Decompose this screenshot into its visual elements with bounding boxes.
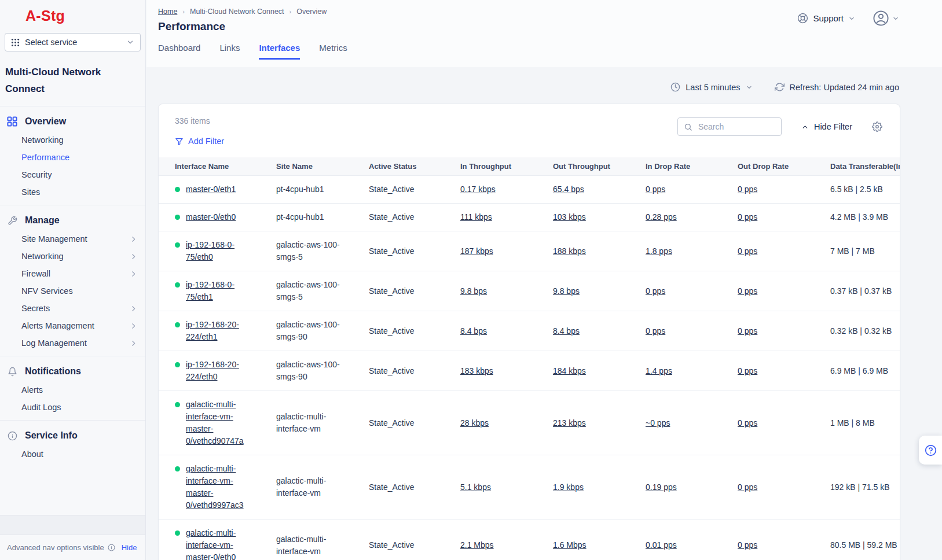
section-label: Notifications: [25, 366, 81, 377]
refresh-button[interactable]: Refresh: Updated 24 min ago: [775, 82, 899, 92]
column-header-in-throughput[interactable]: In Throughput: [460, 162, 553, 171]
help-button[interactable]: [919, 436, 942, 465]
tab-links[interactable]: Links: [219, 43, 240, 60]
sidebar-item-audit-logs[interactable]: Audit Logs: [0, 399, 145, 416]
sidebar-item-networking[interactable]: Networking: [0, 131, 145, 149]
column-header-site-name[interactable]: Site Name: [276, 162, 369, 171]
column-header-out-drop-rate[interactable]: Out Drop Rate: [738, 162, 830, 171]
out-drop-rate-link[interactable]: 0 pps: [738, 185, 757, 194]
out-drop-rate-link[interactable]: 0 pps: [738, 326, 757, 336]
cell-in-drop-rate: ~0 pps: [646, 410, 738, 437]
support-menu[interactable]: Support: [797, 13, 855, 24]
breadcrumb-home[interactable]: Home: [158, 8, 177, 16]
sidebar-item-nfv-services[interactable]: NFV Services: [0, 282, 145, 300]
out-throughput-link[interactable]: 1.9 kbps: [553, 482, 584, 492]
in-throughput-link[interactable]: 8.4 bps: [460, 326, 487, 336]
in-throughput-link[interactable]: 111 kbps: [460, 212, 492, 222]
user-menu[interactable]: [873, 10, 899, 27]
in-drop-rate-link[interactable]: 0.01 pps: [646, 540, 677, 550]
section-label: Manage: [25, 215, 60, 226]
out-drop-rate-link[interactable]: 0 pps: [738, 482, 757, 492]
out-throughput-link[interactable]: 184 kbps: [553, 366, 586, 375]
in-throughput-link[interactable]: 187 kbps: [460, 246, 493, 256]
out-drop-rate-link[interactable]: 0 pps: [738, 286, 757, 296]
sidebar-item-alerts-management[interactable]: Alerts Management: [0, 317, 145, 334]
sidebar-item-performance[interactable]: Performance: [0, 149, 145, 166]
in-throughput-link[interactable]: 9.8 bps: [460, 286, 487, 296]
time-range-dropdown[interactable]: Last 5 minutes: [670, 82, 752, 92]
out-drop-rate-link[interactable]: 0 pps: [738, 366, 757, 375]
out-throughput-link[interactable]: 65.4 bps: [553, 185, 584, 194]
interface-link[interactable]: ip-192-168-0-75/eth0: [186, 239, 260, 263]
in-throughput-link[interactable]: 183 kbps: [460, 366, 493, 375]
sidebar-item-networking[interactable]: Networking: [0, 248, 145, 265]
out-drop-rate-link[interactable]: 0 pps: [738, 212, 757, 222]
hide-filter-toggle[interactable]: Hide Filter: [801, 122, 852, 131]
out-throughput-link[interactable]: 213 kbps: [553, 418, 586, 428]
in-drop-rate-link[interactable]: 0 pps: [646, 185, 665, 194]
interface-link[interactable]: ip-192-168-20-224/eth1: [186, 319, 260, 343]
cell-out-drop-rate: 0 pps: [738, 358, 830, 385]
out-drop-rate-link[interactable]: 0 pps: [738, 540, 757, 550]
select-service-dropdown[interactable]: Select service: [5, 33, 141, 51]
sidebar-item-label: Performance: [21, 153, 69, 162]
in-drop-rate-link[interactable]: 0.28 pps: [646, 212, 677, 222]
interface-link[interactable]: ip-192-168-20-224/eth0: [186, 359, 260, 383]
out-throughput-link[interactable]: 9.8 bps: [553, 286, 580, 296]
tab-interfaces[interactable]: Interfaces: [259, 43, 300, 60]
interface-link[interactable]: galactic-multi-interface-vm-master-0/eth…: [186, 527, 260, 560]
in-drop-rate-link[interactable]: ~0 pps: [646, 418, 670, 428]
add-filter-button[interactable]: Add Filter: [175, 137, 224, 146]
interface-link[interactable]: galactic-multi-interface-vm-master-0/vet…: [186, 463, 260, 511]
sidebar-item-firewall[interactable]: Firewall: [0, 265, 145, 282]
interface-link[interactable]: galactic-multi-interface-vm-master-0/vet…: [186, 399, 260, 447]
out-drop-rate-link[interactable]: 0 pps: [738, 246, 757, 256]
in-drop-rate-link[interactable]: 0 pps: [646, 326, 665, 336]
cell-data-transferable: 6.9 MB | 6.9 MB: [830, 358, 900, 385]
sidebar-section-service-info[interactable]: Service Info: [0, 426, 145, 445]
column-header-data-transferable-in[interactable]: Data Transferable(In: [830, 162, 900, 171]
in-drop-rate-link[interactable]: 0 pps: [646, 286, 665, 296]
sidebar-item-security[interactable]: Security: [0, 166, 145, 183]
sidebar-section-overview[interactable]: Overview: [0, 112, 145, 131]
column-header-out-throughput[interactable]: Out Throughput: [553, 162, 646, 171]
in-drop-rate-link[interactable]: 1.4 pps: [646, 366, 672, 375]
sidebar-item-secrets[interactable]: Secrets: [0, 300, 145, 317]
column-header-in-drop-rate[interactable]: In Drop Rate: [646, 162, 738, 171]
cell-out-throughput: 1.9 kbps: [553, 474, 646, 501]
sidebar-item-log-management[interactable]: Log Management: [0, 334, 145, 352]
sidebar-item-about[interactable]: About: [0, 445, 145, 463]
gear-icon[interactable]: [872, 121, 882, 132]
interface-link[interactable]: master-0/eth0: [186, 211, 260, 223]
in-drop-rate-link[interactable]: 0.19 pps: [646, 482, 677, 492]
column-header-interface-name[interactable]: Interface Name: [159, 162, 276, 171]
question-circle-icon: [925, 444, 937, 456]
sidebar-item-site-management[interactable]: Site Management: [0, 230, 145, 248]
in-throughput-link[interactable]: 28 kbps: [460, 418, 489, 428]
sidebar-section-manage[interactable]: Manage: [0, 211, 145, 230]
in-throughput-link[interactable]: 0.17 kbps: [460, 185, 496, 194]
status-dot: [175, 215, 180, 220]
breadcrumb-overview[interactable]: Overview: [296, 8, 327, 16]
in-throughput-link[interactable]: 5.1 kbps: [460, 482, 491, 492]
in-drop-rate-link[interactable]: 1.8 pps: [646, 246, 672, 256]
sidebar-item-alerts[interactable]: Alerts: [0, 381, 145, 399]
out-throughput-link[interactable]: 188 kbps: [553, 246, 586, 256]
interface-link[interactable]: ip-192-168-0-75/eth1: [186, 279, 260, 303]
breadcrumb-service[interactable]: Multi-Cloud Network Connect: [190, 8, 284, 16]
sidebar-section-notifications[interactable]: Notifications: [0, 362, 145, 381]
column-header-active-status[interactable]: Active Status: [369, 162, 460, 171]
out-throughput-link[interactable]: 1.6 Mbps: [553, 540, 587, 550]
cell-site: pt-4cpu-hub1: [276, 176, 369, 203]
in-throughput-link[interactable]: 2.1 Mbps: [460, 540, 494, 550]
interface-link[interactable]: master-0/eth1: [186, 183, 260, 196]
search-input[interactable]: [697, 121, 772, 132]
out-throughput-link[interactable]: 103 kbps: [553, 212, 586, 222]
hide-nav-link[interactable]: Hide: [122, 543, 137, 552]
out-drop-rate-link[interactable]: 0 pps: [738, 418, 757, 428]
tab-dashboard[interactable]: Dashboard: [158, 43, 200, 60]
chevron-right-icon: [130, 235, 137, 243]
out-throughput-link[interactable]: 8.4 bps: [553, 326, 580, 336]
sidebar-item-sites[interactable]: Sites: [0, 183, 145, 201]
tab-metrics[interactable]: Metrics: [319, 43, 347, 60]
